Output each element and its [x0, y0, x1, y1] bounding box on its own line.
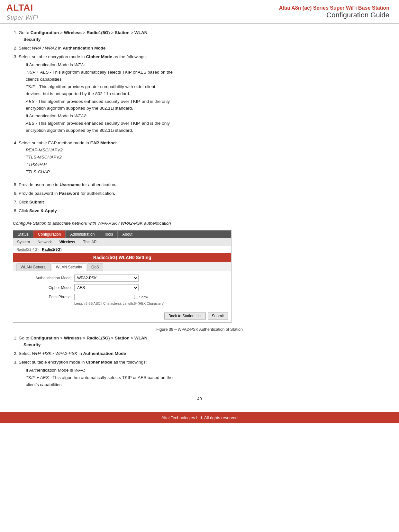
step-1: Go to Configuration > Wireless > Radio1(… — [19, 30, 386, 43]
step-3: Select suitable encryption mode in Ciphe… — [19, 54, 386, 134]
show-label-text: Show — [139, 295, 148, 299]
pass-phrase-row: Pass Phrase: Show — [23, 294, 222, 300]
tab-wlan-security[interactable]: WLAN Security — [52, 263, 86, 271]
eap-ttps: TTPS-PAP — [26, 161, 386, 168]
header-right: Altai A8n (ac) Series Super WiFi Base St… — [279, 5, 389, 19]
auth-mode-control: WPA2-PSK WPA-PSK WPA/WPA2 Open WEP — [74, 275, 139, 282]
ui-screenshot: Status Configuration Administration Tool… — [13, 230, 231, 323]
section-heading: Configure Station to associate network w… — [13, 221, 386, 226]
wpa2-tkip-aes: TKIP + AES - This algorithm automaticall… — [26, 374, 386, 388]
auth-mode-label: Authentication Mode: — [23, 276, 74, 280]
pass-phrase-label: Pass Phrase: — [23, 295, 74, 299]
tab-row: WLAN General WLAN Security QoS — [13, 262, 231, 271]
sub-nav-system[interactable]: System — [13, 239, 34, 245]
show-checkbox-label: Show — [134, 295, 148, 299]
wpa-label: If Authentication Mode is WPA: — [26, 61, 386, 68]
step-2: Select WPA / WPA2 in Authentication Mode — [19, 45, 386, 52]
tkip-desc: TKIP - This algorithm provides greater c… — [26, 83, 386, 97]
wpa2-label: If Authentication Mode is WPA2: — [26, 113, 386, 120]
show-checkbox[interactable] — [134, 295, 138, 299]
step-6: Provide password in Password for authent… — [19, 190, 386, 197]
breadcrumb-radio1[interactable]: Radio1(5G) — [42, 248, 61, 251]
button-row: Back to Station List Submit — [13, 310, 231, 322]
tab-qos[interactable]: QoS — [87, 263, 103, 271]
step-4: Select suitable EAP method mode in EAP M… — [19, 140, 386, 176]
sub-nav-wireless[interactable]: Wireless — [56, 239, 79, 245]
footer-copyright: Altai Technologies Ltd. All rights reser… — [161, 415, 238, 420]
steps-list-2: Select suitable EAP method mode in EAP M… — [19, 140, 386, 176]
aes-desc-wpa: AES - This algorithm provides enhanced s… — [26, 98, 386, 112]
nav-administration[interactable]: Administration — [66, 230, 99, 238]
nav-bar: Status Configuration Administration Tool… — [13, 230, 231, 238]
cipher-block: If Authentication Mode is WPA: TKIP + AE… — [26, 61, 386, 134]
sub-nav-network[interactable]: Network — [34, 239, 56, 245]
step2-1: Go to Configuration > Wireless > Radio1(… — [19, 335, 386, 348]
panel-title: Radio1(5G):WLAN0 Setting — [13, 253, 231, 262]
page-number: 40 — [0, 393, 399, 402]
auth-mode-select[interactable]: WPA2-PSK WPA-PSK WPA/WPA2 Open WEP — [74, 275, 139, 282]
eap-peap: PEAP-MSCHAPV2 — [26, 147, 386, 154]
nav-tools[interactable]: Tools — [99, 230, 118, 238]
eap-ttls: TTLS-MSCHAPV2 — [26, 154, 386, 161]
product-name: Altai A8n (ac) Series Super WiFi Base St… — [279, 5, 389, 11]
steps-list-4: Go to Configuration > Wireless > Radio1(… — [19, 335, 386, 388]
guide-title: Configuration Guide — [279, 11, 389, 19]
form-area: Authentication Mode: WPA2-PSK WPA-PSK WP… — [13, 271, 231, 310]
back-to-station-list-button[interactable]: Back to Station List — [164, 312, 206, 320]
pass-phrase-input[interactable] — [74, 294, 132, 300]
page-header: ALTAISuper WiFi Altai A8n (ac) Series Su… — [0, 0, 399, 24]
logo-area: ALTAISuper WiFi — [6, 3, 38, 21]
superwifi-label: Super WiFi — [6, 14, 38, 21]
eap-methods: PEAP-MSCHAPV2 TTLS-MSCHAPV2 TTPS-PAP TTL… — [26, 147, 386, 176]
aes-desc-wpa2: AES - This algorithm provides enhanced s… — [26, 120, 386, 134]
step-8: Click Save & Apply — [19, 208, 386, 214]
cipher-mode-label: Cipher Mode: — [23, 285, 74, 290]
eap-ttls-chap: TTLS-CHAP — [26, 168, 386, 176]
nav-configuration[interactable]: Configuration — [33, 230, 66, 238]
hint-text: Length:8-63(ASCII Characters); Length:64… — [74, 302, 222, 305]
nav-status[interactable]: Status — [13, 230, 33, 238]
cipher-mode-control: AES TKIP TKIP+AES — [74, 284, 139, 291]
figure-caption: Figure 39 – WPA2-PSK Authentication of S… — [13, 327, 386, 332]
wpa2-auth-label: If Authentication Mode is WPA: — [26, 367, 386, 374]
cipher-mode-row: Cipher Mode: AES TKIP TKIP+AES — [23, 284, 222, 291]
cipher-mode-select[interactable]: AES TKIP TKIP+AES — [74, 284, 139, 291]
pass-phrase-control: Show — [74, 294, 148, 300]
steps-list-1: Go to Configuration > Wireless > Radio1(… — [19, 30, 386, 134]
main-content: Go to Configuration > Wireless > Radio1(… — [0, 24, 399, 393]
logo: ALTAISuper WiFi — [6, 3, 38, 21]
sub-nav-thin-ap[interactable]: Thin AP — [79, 239, 100, 245]
step-7: Click Submit — [19, 199, 386, 206]
footer: Altai Technologies Ltd. All rights reser… — [0, 412, 399, 423]
auth-mode-row: Authentication Mode: WPA2-PSK WPA-PSK WP… — [23, 275, 222, 282]
breadcrumb-radio0[interactable]: Radio0(2.4G) — [16, 248, 39, 251]
step-5: Provide username in Username for authent… — [19, 182, 386, 188]
steps-list-3: Provide username in Username for authent… — [19, 182, 386, 214]
tab-wlan-general[interactable]: WLAN General — [16, 263, 51, 271]
wpa-cipher-block: If Authentication Mode is WPA: TKIP + AE… — [26, 367, 386, 388]
step2-3: Select suitable encryption mode in Ciphe… — [19, 359, 386, 388]
submit-button[interactable]: Submit — [208, 312, 228, 320]
breadcrumb: Radio0(2.4G) - Radio1(5G) — [13, 246, 231, 253]
step2-2: Select WPA-PSK / WPA2-PSK in Authenticat… — [19, 350, 386, 357]
sub-nav-bar: System Network Wireless Thin AP — [13, 238, 231, 246]
tkip-aes-desc: TKIP + AES - This algorithm automaticall… — [26, 69, 386, 83]
nav-about[interactable]: About — [118, 230, 137, 238]
